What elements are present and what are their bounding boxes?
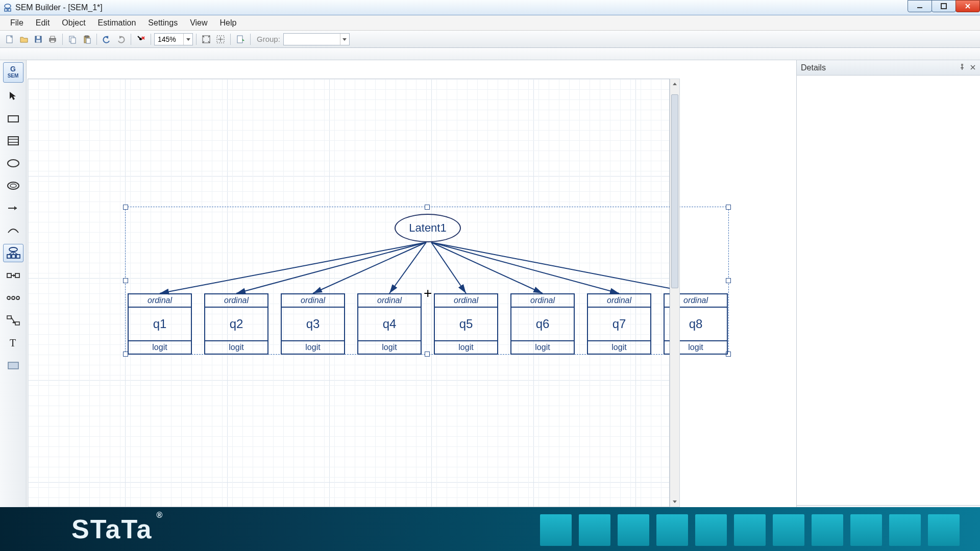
menu-settings[interactable]: Settings <box>142 16 184 30</box>
measure-type-label: ordinal <box>511 294 574 308</box>
svg-rect-37 <box>16 255 20 258</box>
zoom-dropdown-icon[interactable] <box>183 34 192 45</box>
open-button[interactable] <box>17 33 31 46</box>
group-combo[interactable] <box>283 33 350 45</box>
copy-button[interactable] <box>66 33 79 46</box>
task-square <box>618 514 649 546</box>
menu-file[interactable]: File <box>4 16 30 30</box>
latent-variable-node[interactable]: Latent1 <box>395 214 461 242</box>
svg-point-34 <box>9 247 17 252</box>
observed-gsem-tool[interactable] <box>3 132 23 150</box>
svg-point-45 <box>12 296 15 299</box>
measure-type-label: ordinal <box>282 294 344 308</box>
task-square <box>928 514 960 546</box>
observed-indicator-node[interactable]: ordinalq6logit <box>510 293 575 355</box>
details-header: Details <box>797 60 980 76</box>
save-button[interactable] <box>32 33 45 46</box>
observed-indicator-node[interactable]: ordinalq5logit <box>434 293 498 355</box>
maximize-button[interactable] <box>932 0 956 12</box>
paste-button[interactable] <box>80 33 93 46</box>
print-button[interactable] <box>46 33 59 46</box>
task-square <box>773 514 804 546</box>
title-bar: SEM Builder - [SEM_1*] <box>0 0 980 15</box>
scroll-down-icon[interactable] <box>670 496 679 507</box>
vertical-scrollbar[interactable] <box>670 79 680 507</box>
details-body <box>797 76 980 505</box>
svg-rect-9 <box>37 36 40 39</box>
zoom-input[interactable] <box>155 35 183 43</box>
svg-rect-1 <box>5 9 7 11</box>
observed-set-tool[interactable] <box>3 289 23 307</box>
menu-edit[interactable]: Edit <box>30 16 56 30</box>
observed-indicator-node[interactable]: ordinalq7logit <box>587 293 651 355</box>
close-panel-icon[interactable] <box>970 63 976 72</box>
menu-object[interactable]: Object <box>56 16 91 30</box>
link-function-label: logit <box>511 340 574 354</box>
menu-bar: File Edit Object Estimation Settings Vie… <box>0 15 980 31</box>
menu-view[interactable]: View <box>184 16 213 30</box>
observed-indicator-node[interactable]: ordinalq2logit <box>204 293 268 355</box>
svg-rect-11 <box>50 38 56 41</box>
toolbar: Group: <box>0 31 980 48</box>
svg-point-46 <box>16 296 19 299</box>
svg-point-31 <box>8 182 19 189</box>
gsem-mode-button[interactable]: G SEM <box>3 62 23 83</box>
menu-estimation[interactable]: Estimation <box>92 16 142 30</box>
undo-button[interactable] <box>100 33 113 46</box>
canvas-area[interactable]: Latent1 ordinalq1logitordinalq2logitordi… <box>27 60 796 551</box>
zoom-combo[interactable] <box>154 33 193 45</box>
close-button[interactable] <box>955 0 980 12</box>
redo-button[interactable] <box>114 33 128 46</box>
fit-selection-button[interactable] <box>214 33 227 46</box>
menu-help[interactable]: Help <box>214 16 243 30</box>
select-tool[interactable] <box>3 87 23 105</box>
diagram-page[interactable]: Latent1 ordinalq1logitordinalq2logitordi… <box>28 79 670 507</box>
svg-rect-47 <box>7 316 11 319</box>
path-tool[interactable] <box>3 199 23 217</box>
observed-rect-tool[interactable] <box>3 109 23 128</box>
svg-line-5 <box>966 4 970 8</box>
indicator-name: q7 <box>588 308 650 340</box>
measure-type-label: ordinal <box>358 294 421 308</box>
text-tool[interactable]: T <box>3 334 23 352</box>
cancel-tool-button[interactable] <box>134 33 148 46</box>
regression-component-tool[interactable] <box>3 266 23 285</box>
pin-icon[interactable] <box>959 63 966 72</box>
link-function-label: logit <box>358 340 421 354</box>
sub-toolbar <box>0 48 980 60</box>
covariance-tool[interactable] <box>3 221 23 240</box>
svg-rect-12 <box>51 36 55 38</box>
svg-text:T: T <box>10 337 16 348</box>
estimate-button[interactable] <box>234 33 247 46</box>
area-tool[interactable] <box>3 356 23 374</box>
observed-indicator-node[interactable]: ordinalq1logit <box>128 293 192 355</box>
latent-multilevel-tool[interactable] <box>3 177 23 195</box>
details-title: Details <box>801 63 826 72</box>
observed-indicator-node[interactable]: ordinalq3logit <box>281 293 345 355</box>
svg-rect-15 <box>71 38 76 43</box>
new-button[interactable] <box>3 33 16 46</box>
scroll-up-icon[interactable] <box>670 79 679 89</box>
svg-rect-10 <box>36 40 40 42</box>
connection-tool[interactable] <box>3 311 23 330</box>
measure-type-label: ordinal <box>129 294 191 308</box>
task-square <box>540 514 572 546</box>
svg-rect-26 <box>8 116 18 122</box>
measurement-component-tool[interactable] <box>3 244 23 262</box>
svg-point-0 <box>5 4 11 8</box>
link-function-label: logit <box>282 340 344 354</box>
group-dropdown-icon[interactable] <box>340 34 349 45</box>
indicator-name: q4 <box>358 308 421 340</box>
indicator-name: q3 <box>282 308 344 340</box>
measure-type-label: ordinal <box>588 294 650 308</box>
scroll-thumb[interactable] <box>671 94 678 288</box>
indicator-name: q1 <box>129 308 191 340</box>
latent-ellipse-tool[interactable] <box>3 154 23 172</box>
minimize-button[interactable] <box>908 0 932 12</box>
task-squares <box>540 514 960 546</box>
svg-rect-21 <box>203 36 210 43</box>
fit-page-button[interactable] <box>200 33 213 46</box>
observed-indicator-node[interactable]: ordinalq4logit <box>357 293 422 355</box>
svg-rect-48 <box>15 322 19 325</box>
svg-rect-8 <box>35 36 41 42</box>
